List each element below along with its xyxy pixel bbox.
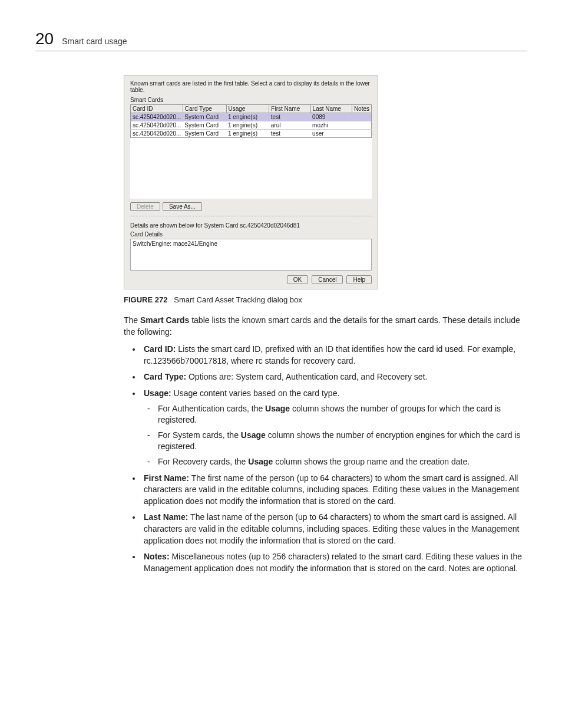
col-notes[interactable]: Notes [352, 105, 371, 113]
text: For Recovery cards, the [158, 457, 248, 466]
table-cell: 1 engine(s) [226, 121, 269, 130]
list-item: First Name: The first name of the person… [141, 473, 527, 508]
sub-list-item: For Recovery cards, the Usage column sho… [158, 456, 527, 468]
term: Card Type: [144, 372, 186, 381]
definition: Lists the smart card ID, prefixed with a… [144, 344, 515, 365]
sub-list: For Authentication cards, the Usage colu… [144, 403, 527, 468]
sub-list-item: For System cards, the Usage column shows… [158, 430, 527, 453]
text: For Authentication cards, the [158, 404, 265, 413]
table-cell: arul [269, 121, 310, 130]
table-cell: System Card [183, 121, 226, 130]
page-header: 20 Smart card usage [35, 29, 527, 51]
table-cell: sc.4250420d020... [131, 121, 183, 130]
table-cell: 1 engine(s) [226, 113, 269, 121]
smart-cards-table: Card ID Card Type Usage First Name Last … [130, 104, 372, 199]
table-header-row: Card ID Card Type Usage First Name Last … [131, 105, 372, 113]
list-item: Card Type: Options are: System card, Aut… [141, 371, 527, 383]
delete-button[interactable]: Delete [130, 202, 160, 211]
col-first-name[interactable]: First Name [269, 105, 310, 113]
figure: Known smart cards are listed in the firs… [124, 75, 527, 289]
dialog-footer-buttons: OK Cancel Help [130, 275, 372, 284]
table-cell [352, 130, 371, 138]
list-item: Card ID: Lists the smart card ID, prefix… [141, 344, 527, 367]
cancel-button[interactable]: Cancel [312, 275, 343, 284]
sub-list-item: For Authentication cards, the Usage colu… [158, 403, 527, 426]
page: 20 Smart card usage Known smart cards ar… [0, 0, 562, 618]
dialog-intro: Known smart cards are listed in the firs… [130, 80, 372, 93]
definition: The first name of the person (up to 64 c… [144, 473, 519, 506]
definition: Usage content varies based on the card t… [171, 388, 340, 398]
page-number: 20 [35, 29, 54, 48]
card-details-label: Card Details [130, 231, 372, 238]
content: Known smart cards are listed in the firs… [124, 75, 527, 574]
text: column shows the group name and the crea… [273, 457, 470, 466]
text: For System cards, the [158, 430, 241, 440]
table-cell [352, 113, 371, 121]
card-details-panel: Switch/Engine: mace241/Engine [130, 239, 372, 271]
table-cell: sc.4250420d020... [131, 130, 183, 138]
term: Card ID: [144, 344, 176, 354]
col-last-name[interactable]: Last Name [310, 105, 352, 113]
definition: Miscellaneous notes (up to 256 character… [144, 552, 522, 573]
text-bold: Usage [265, 404, 290, 413]
table-cell: 0089 [310, 113, 352, 121]
table-row[interactable]: sc.4250420d020...System Card1 engine(s)t… [131, 113, 372, 121]
col-card-id[interactable]: Card ID [131, 105, 183, 113]
col-card-type[interactable]: Card Type [183, 105, 226, 113]
text-bold: Smart Cards [140, 315, 189, 325]
intro-paragraph: The Smart Cards table lists the known sm… [124, 315, 523, 338]
figure-caption: FIGURE 272 Smart Card Asset Tracking dia… [124, 295, 527, 304]
help-button[interactable]: Help [346, 275, 372, 284]
smart-cards-label: Smart Cards [130, 97, 372, 103]
text-bold: Usage [248, 457, 273, 466]
table-cell: System Card [183, 130, 226, 138]
table-cell: test [269, 130, 310, 138]
section-title: Smart card usage [62, 37, 127, 46]
term: Notes: [144, 552, 170, 561]
term: Usage: [144, 388, 171, 398]
col-usage[interactable]: Usage [226, 105, 269, 113]
table-row[interactable]: sc.4250420d020...System Card1 engine(s)t… [131, 130, 372, 138]
figure-label: FIGURE 272 [124, 295, 167, 304]
definition: Options are: System card, Authentication… [186, 372, 427, 381]
table-cell: 1 engine(s) [226, 130, 269, 138]
text-bold: Usage [241, 430, 266, 440]
table-cell: test [269, 113, 310, 121]
term: First Name: [144, 473, 189, 483]
details-text: Details are shown below for System Card … [130, 222, 372, 229]
divider [130, 216, 372, 216]
table-cell: mozhi [310, 121, 352, 130]
table-cell: user [310, 130, 352, 138]
ok-button[interactable]: OK [287, 275, 308, 284]
save-as-button[interactable]: Save As... [163, 202, 202, 211]
list-item: Last Name: The last name of the person (… [141, 512, 527, 546]
list-item: Notes: Miscellaneous notes (up to 256 ch… [141, 551, 527, 574]
bullet-list: Card ID: Lists the smart card ID, prefix… [124, 344, 527, 574]
definition: The last name of the person (up to 64 ch… [144, 512, 519, 545]
text: The [124, 315, 140, 325]
table-button-row: Delete Save As... [130, 202, 372, 211]
table-row[interactable]: sc.4250420d020...System Card1 engine(s)a… [131, 121, 372, 130]
term: Last Name: [144, 512, 188, 522]
figure-caption-text: Smart Card Asset Tracking dialog box [174, 295, 302, 304]
table-cell: System Card [183, 113, 226, 121]
list-item: Usage: Usage content varies based on the… [141, 388, 527, 468]
table-cell [352, 121, 371, 130]
table-cell: sc.4250420d020... [131, 113, 183, 121]
card-detail-row: Switch/Engine: mace241/Engine [133, 241, 369, 247]
dialog-smart-card-asset-tracking: Known smart cards are listed in the firs… [124, 75, 378, 289]
